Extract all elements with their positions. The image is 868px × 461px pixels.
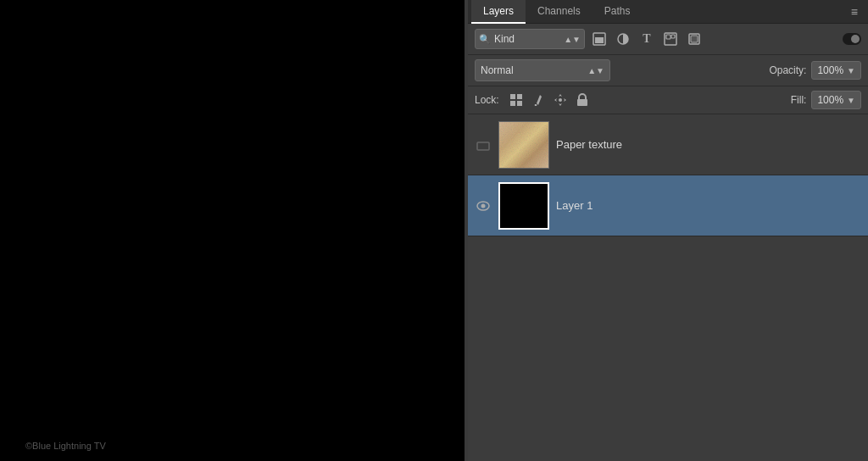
opacity-arrow-icon: ▼: [847, 66, 855, 75]
layer-visibility-paper-texture[interactable]: [475, 136, 492, 153]
svg-point-16: [481, 203, 486, 208]
svg-rect-10: [510, 101, 515, 106]
type-filter-icon[interactable]: T: [637, 30, 656, 48]
copyright-text: ©Blue Lightning TV: [25, 441, 106, 451]
tab-bar: Layers Channels Paths ≡: [468, 0, 868, 24]
svg-rect-11: [517, 101, 522, 106]
panel-menu-button[interactable]: ≡: [844, 5, 865, 19]
opacity-input[interactable]: 100% ▼: [811, 61, 861, 80]
svg-rect-1: [595, 37, 604, 43]
pixel-filter-icon[interactable]: [590, 30, 609, 48]
fill-label: Fill:: [791, 94, 807, 106]
shape-filter-icon[interactable]: [661, 30, 680, 48]
lock-row: Lock:: [468, 86, 868, 114]
lock-label: Lock:: [475, 94, 499, 106]
tab-paths[interactable]: Paths: [593, 0, 643, 24]
lock-paint-button[interactable]: [530, 92, 547, 108]
svg-rect-14: [477, 142, 489, 150]
svg-rect-9: [517, 94, 522, 99]
tab-channels[interactable]: Channels: [526, 0, 593, 24]
blend-mode-label: Normal: [481, 64, 584, 76]
opacity-label: Opacity:: [769, 64, 806, 76]
canvas-area: ©Blue Lightning TV: [0, 0, 465, 461]
blend-mode-select[interactable]: Normal ▲▼: [475, 59, 610, 81]
layer-name-paper-texture: Paper texture: [556, 138, 622, 151]
opacity-section: Opacity: 100% ▼: [769, 61, 861, 80]
opacity-value: 100%: [817, 64, 843, 76]
tab-layers[interactable]: Layers: [471, 0, 526, 24]
kind-select-label: Kind: [494, 33, 560, 45]
layer-item-layer1[interactable]: Layer 1: [468, 175, 868, 236]
fill-input[interactable]: 100% ▼: [811, 91, 861, 109]
layer-visibility-layer1[interactable]: [475, 197, 492, 214]
smart-filter-icon[interactable]: [685, 30, 704, 48]
lock-all-button[interactable]: [574, 92, 591, 108]
layer-thumbnail-paper-texture: [498, 121, 549, 169]
svg-rect-4: [666, 35, 670, 39]
adjustment-filter-icon[interactable]: [614, 30, 632, 48]
svg-rect-8: [510, 94, 515, 99]
kind-filter-select[interactable]: 🔍 Kind ▲▼: [475, 29, 585, 49]
layers-list: Paper texture Layer 1: [468, 114, 868, 461]
fill-value: 100%: [817, 94, 843, 106]
svg-point-12: [559, 98, 562, 102]
lock-position-button[interactable]: [552, 92, 569, 108]
blend-mode-arrow-icon: ▲▼: [587, 66, 604, 75]
layer-item-paper-texture[interactable]: Paper texture: [468, 114, 868, 175]
fill-arrow-icon: ▼: [847, 96, 855, 105]
svg-rect-5: [671, 35, 675, 38]
kind-select-arrow-icon: ▲▼: [564, 35, 581, 44]
search-icon: 🔍: [479, 34, 491, 45]
svg-rect-13: [577, 99, 587, 106]
filter-toggle[interactable]: [843, 33, 861, 45]
layer-name-layer1: Layer 1: [556, 199, 593, 212]
layer-thumbnail-layer1: [498, 182, 549, 230]
fill-section: Fill: 100% ▼: [791, 91, 861, 109]
layers-panel: Layers Channels Paths ≡ 🔍 Kind ▲▼: [468, 0, 868, 461]
filter-icons-group: T: [590, 30, 704, 48]
svg-rect-7: [691, 36, 698, 42]
lock-pixels-button[interactable]: [508, 92, 525, 108]
filter-row: 🔍 Kind ▲▼ T: [468, 24, 868, 55]
blend-mode-row: Normal ▲▼ Opacity: 100% ▼: [468, 55, 868, 86]
